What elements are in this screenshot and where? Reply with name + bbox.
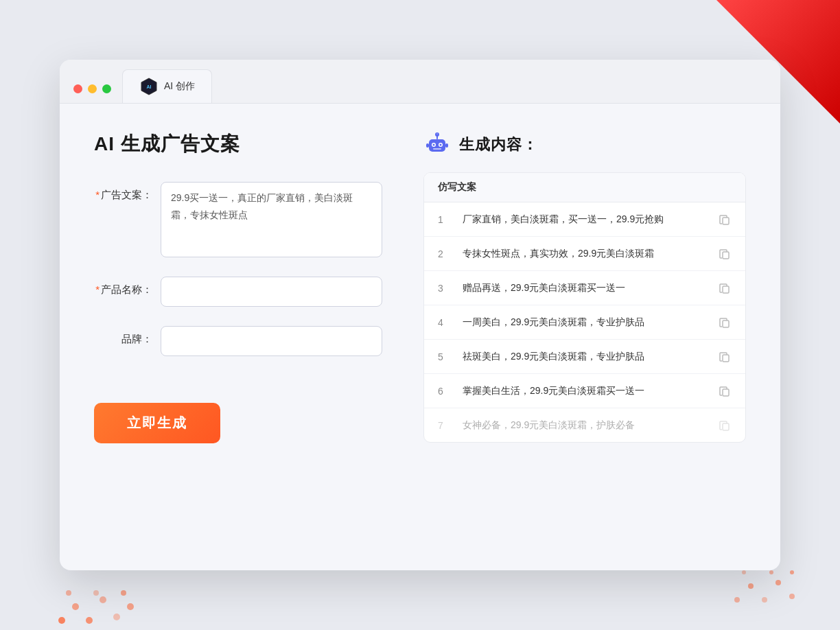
copy-icon[interactable]	[718, 419, 732, 432]
main-content: AI 生成广告文案 *广告文案： 29.9买一送一，真正的厂家直销，美白淡斑霜，…	[60, 104, 780, 570]
row-number: 6	[438, 386, 452, 397]
result-header: 生成内容：	[423, 131, 746, 159]
row-number: 1	[438, 214, 452, 225]
left-panel: AI 生成广告文案 *广告文案： 29.9买一送一，真正的厂家直销，美白淡斑霜，…	[94, 131, 382, 543]
svg-rect-7	[433, 148, 441, 150]
ad-copy-label: *广告文案：	[94, 182, 152, 202]
row-text: 赠品再送，29.9元美白淡斑霜买一送一	[463, 281, 707, 295]
row-number: 3	[438, 283, 452, 294]
row-number: 7	[438, 420, 452, 431]
result-title: 生成内容：	[459, 135, 538, 155]
svg-point-31	[762, 597, 767, 603]
row-text: 专抹女性斑点，真实功效，29.9元美白淡斑霜	[463, 246, 707, 261]
table-row: 6 掌握美白生活，29.9元美白淡斑霜买一送一	[424, 374, 745, 408]
required-star-product: *	[95, 283, 100, 295]
bg-decoration-bottom-left	[55, 586, 137, 630]
row-text: 厂家直销，美白淡斑霜，买一送一，29.9元抢购	[463, 212, 707, 226]
svg-rect-15	[723, 286, 729, 293]
svg-rect-13	[723, 218, 729, 224]
brand-group: 品牌： 好白	[94, 326, 382, 356]
svg-point-24	[113, 614, 120, 620]
product-name-label: *产品名称：	[94, 277, 152, 296]
svg-point-22	[86, 617, 93, 624]
svg-rect-18	[723, 389, 729, 396]
product-name-input[interactable]: 美白淡斑霜	[161, 277, 382, 307]
svg-point-10	[436, 133, 438, 135]
copy-icon[interactable]	[718, 384, 732, 398]
copy-icon[interactable]	[718, 316, 732, 329]
svg-rect-14	[723, 252, 729, 259]
robot-icon	[423, 131, 451, 159]
generate-button[interactable]: 立即生成	[94, 403, 220, 443]
table-row: 1 厂家直销，美白淡斑霜，买一送一，29.9元抢购	[424, 202, 745, 237]
svg-point-35	[769, 570, 773, 574]
svg-point-32	[775, 580, 781, 585]
svg-point-27	[93, 590, 99, 596]
svg-point-21	[72, 603, 79, 610]
svg-point-34	[742, 570, 746, 574]
svg-rect-2	[429, 139, 445, 152]
row-text: 祛斑美白，29.9元美白淡斑霜，专业护肤品	[463, 349, 707, 364]
svg-rect-11	[426, 143, 429, 148]
window-controls	[73, 84, 111, 103]
maximize-button[interactable]	[102, 84, 111, 93]
table-row: 7 女神必备，29.9元美白淡斑霜，护肤必备	[424, 408, 745, 442]
copy-icon[interactable]	[718, 281, 732, 295]
bg-decoration-bottom-right	[730, 565, 799, 609]
svg-point-6	[440, 144, 442, 146]
row-number: 2	[438, 248, 452, 259]
table-header: 仿写文案	[424, 173, 745, 202]
svg-rect-19	[723, 423, 729, 430]
svg-point-25	[127, 603, 134, 610]
svg-rect-17	[723, 355, 729, 362]
svg-rect-12	[445, 143, 448, 148]
svg-point-28	[121, 590, 126, 596]
row-number: 4	[438, 317, 452, 328]
svg-rect-16	[723, 320, 729, 327]
title-bar: AI AI 创作	[60, 60, 780, 104]
copy-icon[interactable]	[718, 350, 732, 364]
svg-point-26	[66, 590, 71, 596]
svg-point-5	[433, 144, 435, 146]
ad-copy-group: *广告文案： 29.9买一送一，真正的厂家直销，美白淡斑霜，专抹女性斑点	[94, 182, 382, 257]
svg-point-30	[748, 583, 754, 589]
copy-icon[interactable]	[718, 213, 732, 226]
product-name-group: *产品名称： 美白淡斑霜	[94, 277, 382, 307]
required-star-ad: *	[95, 189, 100, 200]
copy-icon[interactable]	[718, 247, 732, 261]
row-text: 一周美白，29.9元美白淡斑霜，专业护肤品	[463, 315, 707, 329]
result-table: 仿写文案 1 厂家直销，美白淡斑霜，买一送一，29.9元抢购 2 专抹女性斑点，…	[423, 172, 746, 443]
svg-text:AI: AI	[147, 84, 152, 89]
row-text: 女神必备，29.9元美白淡斑霜，护肤必备	[463, 418, 707, 432]
minimize-button[interactable]	[88, 84, 97, 93]
brand-label: 品牌：	[94, 326, 152, 346]
row-text: 掌握美白生活，29.9元美白淡斑霜买一送一	[463, 384, 707, 398]
right-panel: 生成内容： 仿写文案 1 厂家直销，美白淡斑霜，买一送一，29.9元抢购 2 专…	[423, 131, 746, 543]
svg-point-20	[58, 617, 65, 624]
ai-tab[interactable]: AI AI 创作	[122, 69, 212, 103]
tab-label: AI 创作	[164, 80, 195, 93]
page-title: AI 生成广告文案	[94, 131, 382, 157]
browser-window: AI AI 创作 AI 生成广告文案 *广告文案： 29.9买一送一，真正的厂家…	[60, 60, 780, 570]
brand-input[interactable]: 好白	[161, 326, 382, 356]
ai-logo-icon: AI	[139, 77, 159, 96]
close-button[interactable]	[73, 84, 82, 93]
ad-copy-input[interactable]: 29.9买一送一，真正的厂家直销，美白淡斑霜，专抹女性斑点	[161, 182, 382, 257]
table-row: 4 一周美白，29.9元美白淡斑霜，专业护肤品	[424, 305, 745, 340]
row-number: 5	[438, 351, 452, 362]
svg-point-29	[734, 597, 740, 603]
svg-point-33	[789, 594, 795, 599]
table-row: 5 祛斑美白，29.9元美白淡斑霜，专业护肤品	[424, 340, 745, 374]
table-row: 3 赠品再送，29.9元美白淡斑霜买一送一	[424, 271, 745, 305]
svg-point-36	[790, 570, 794, 574]
results-container: 1 厂家直销，美白淡斑霜，买一送一，29.9元抢购 2 专抹女性斑点，真实功效，…	[424, 202, 745, 442]
table-row: 2 专抹女性斑点，真实功效，29.9元美白淡斑霜	[424, 237, 745, 271]
svg-point-23	[100, 596, 106, 603]
